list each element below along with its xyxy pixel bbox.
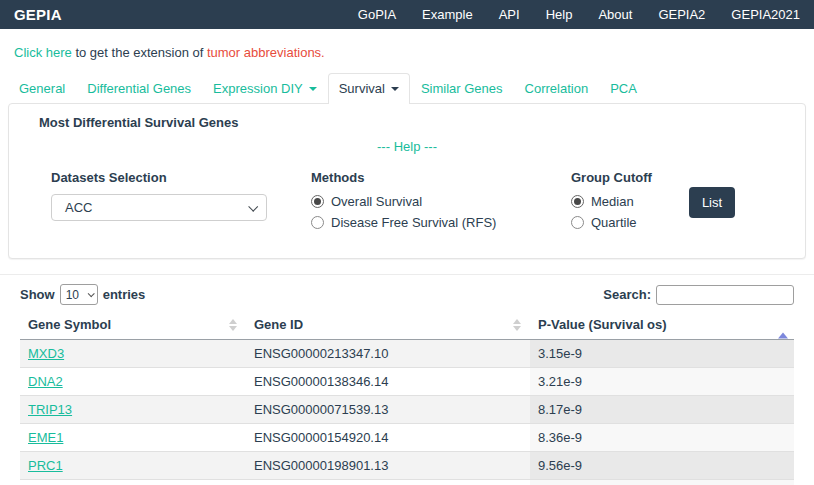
tab-correlation[interactable]: Correlation: [514, 73, 600, 103]
radio-disease-free-survival[interactable]: Disease Free Survival (RFS): [311, 215, 571, 230]
panel-title: Most Differential Survival Genes: [39, 115, 805, 130]
click-here-link[interactable]: Click here: [14, 45, 72, 60]
table-row: ZWINT ENSG00000122952.16 1.03e-8: [20, 480, 794, 485]
main-tab-bar: General Differential Genes Expression DI…: [8, 73, 814, 103]
nav-item-gepia2021[interactable]: GEPIA2021: [731, 7, 800, 22]
pvalue-cell: 9.56e-9: [530, 452, 794, 480]
column-header-pvalue[interactable]: P-Value (Survival os): [530, 311, 794, 340]
tab-label: Survival: [339, 81, 385, 96]
tab-survival[interactable]: Survival: [328, 73, 410, 104]
tab-similar-genes[interactable]: Similar Genes: [410, 73, 514, 103]
tumor-abbreviation-notice: Click here to get the extension of tumor…: [14, 45, 814, 60]
pvalue-cell: 3.21e-9: [530, 368, 794, 396]
radio-button-icon: [311, 216, 324, 229]
tab-pca[interactable]: PCA: [599, 73, 648, 103]
nav-item-about[interactable]: About: [598, 7, 632, 22]
dataset-select-value: ACC: [65, 200, 92, 215]
nav-item-gopia[interactable]: GoPIA: [358, 7, 396, 22]
group-cutoff-label: Group Cutoff: [571, 170, 689, 185]
gene-id-cell: ENSG00000198901.13: [246, 452, 530, 480]
section-divider: [0, 274, 814, 275]
sort-icon: [513, 319, 521, 331]
gene-link[interactable]: MXD3: [28, 346, 64, 361]
gene-link[interactable]: DNA2: [28, 374, 63, 389]
gene-id-cell: ENSG00000071539.13: [246, 396, 530, 424]
page-length-select[interactable]: 10: [60, 284, 98, 305]
tab-differential-genes[interactable]: Differential Genes: [76, 73, 202, 103]
radio-button-icon: [571, 195, 584, 208]
radio-label: Disease Free Survival (RFS): [331, 215, 496, 230]
show-label: Show: [20, 287, 55, 302]
tab-general[interactable]: General: [8, 73, 76, 103]
nav-item-gepia2[interactable]: GEPIA2: [658, 7, 705, 22]
page-length-control: Show 10 entries: [20, 284, 145, 305]
pvalue-cell: 3.15e-9: [530, 340, 794, 368]
list-button[interactable]: List: [689, 187, 735, 218]
brand-logo[interactable]: GEPIA: [14, 6, 62, 23]
nav-item-example[interactable]: Example: [422, 7, 473, 22]
tab-label: General: [19, 81, 65, 96]
radio-median[interactable]: Median: [571, 194, 689, 209]
table-header-row: Gene Symbol Gene ID P-Value (Survival os…: [20, 311, 794, 340]
caret-down-icon: [309, 87, 317, 91]
table-controls: Show 10 entries Search:: [20, 284, 794, 305]
gene-id-cell: ENSG00000154920.14: [246, 424, 530, 452]
tab-label: Correlation: [525, 81, 589, 96]
column-header-gene-symbol[interactable]: Gene Symbol: [20, 311, 246, 340]
datasets-selection-label: Datasets Selection: [51, 170, 311, 185]
top-navbar: GEPIA GoPIA Example API Help About GEPIA…: [0, 0, 814, 29]
sort-ascending-icon: [778, 318, 788, 333]
panel-form: Datasets Selection ACC Methods Overall S…: [51, 170, 805, 236]
gene-id-cell: ENSG00000213347.10: [246, 340, 530, 368]
pvalue-cell: 1.03e-8: [530, 480, 794, 485]
radio-quartile[interactable]: Quartile: [571, 215, 689, 230]
notice-text: to get the extension of: [72, 45, 207, 60]
radio-overall-survival[interactable]: Overall Survival: [311, 194, 571, 209]
gene-link[interactable]: TRIP13: [28, 402, 72, 417]
search-label: Search:: [603, 287, 651, 302]
radio-button-icon: [571, 216, 584, 229]
table-row: DNA2 ENSG00000138346.14 3.21e-9: [20, 368, 794, 396]
table-search: Search:: [603, 285, 794, 305]
table-row: TRIP13 ENSG00000071539.13 8.17e-9: [20, 396, 794, 424]
navbar-menu: GoPIA Example API Help About GEPIA2 GEPI…: [358, 7, 800, 22]
tab-label: PCA: [610, 81, 637, 96]
tab-label: Expression DIY: [213, 81, 303, 96]
page-length-value: 10: [66, 288, 79, 302]
pvalue-cell: 8.17e-9: [530, 396, 794, 424]
radio-label: Overall Survival: [331, 194, 422, 209]
chevron-down-icon: [87, 290, 94, 297]
gene-id-cell: ENSG00000122952.16: [246, 480, 530, 485]
gene-id-cell: ENSG00000138346.14: [246, 368, 530, 396]
tab-expression-diy[interactable]: Expression DIY: [202, 73, 328, 103]
column-header-label: Gene Symbol: [28, 317, 111, 332]
table-row: PRC1 ENSG00000198901.13 9.56e-9: [20, 452, 794, 480]
nav-item-help[interactable]: Help: [546, 7, 573, 22]
tab-label: Similar Genes: [421, 81, 503, 96]
table-row: MXD3 ENSG00000213347.10 3.15e-9: [20, 340, 794, 368]
chevron-down-icon: [248, 202, 258, 212]
column-header-label: Gene ID: [254, 317, 303, 332]
gene-link[interactable]: EME1: [28, 430, 63, 445]
tab-label: Differential Genes: [87, 81, 191, 96]
methods-label: Methods: [311, 170, 571, 185]
pvalue-cell: 8.36e-9: [530, 424, 794, 452]
caret-down-icon: [391, 87, 399, 91]
gene-link[interactable]: PRC1: [28, 458, 63, 473]
help-link[interactable]: --- Help ---: [9, 139, 805, 154]
nav-item-api[interactable]: API: [499, 7, 520, 22]
search-input[interactable]: [656, 285, 794, 305]
radio-label: Median: [591, 194, 634, 209]
genes-table: Gene Symbol Gene ID P-Value (Survival os…: [20, 311, 794, 485]
tumor-abbreviations-text: tumor abbreviations.: [207, 45, 325, 60]
survival-genes-panel: Most Differential Survival Genes --- Hel…: [8, 103, 806, 259]
radio-button-icon: [311, 195, 324, 208]
radio-label: Quartile: [591, 215, 637, 230]
table-row: EME1 ENSG00000154920.14 8.36e-9: [20, 424, 794, 452]
entries-label: entries: [103, 287, 146, 302]
dataset-select[interactable]: ACC: [51, 194, 267, 221]
column-header-label: P-Value (Survival os): [538, 317, 667, 332]
column-header-gene-id[interactable]: Gene ID: [246, 311, 530, 340]
sort-icon: [229, 319, 237, 331]
